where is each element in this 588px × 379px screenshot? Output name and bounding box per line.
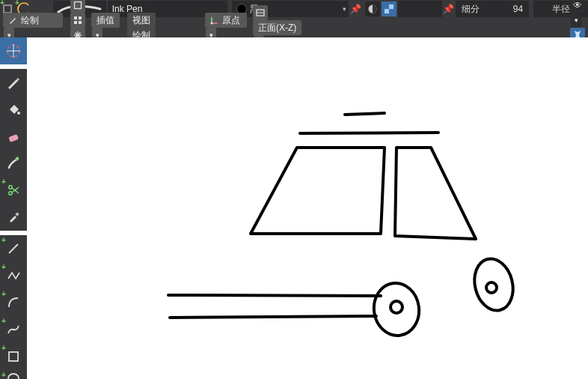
pencil-icon [6, 75, 21, 90]
mode-dropdown[interactable]: 绘制 [3, 13, 63, 28]
chevron-down-icon: ▾ [575, 17, 578, 24]
svg-line-38 [345, 113, 385, 115]
draw-tool[interactable] [0, 69, 27, 96]
view-label: 视图 [132, 14, 150, 27]
pin-icon: 📌 [443, 4, 454, 14]
plus-badge-icon: + [1, 263, 6, 271]
fill-tool[interactable] [0, 96, 27, 123]
brush-icon [6, 156, 21, 171]
interp-label: 插值 [97, 14, 114, 27]
svg-rect-36 [9, 352, 18, 361]
svg-point-37 [8, 374, 19, 379]
circle-icon [6, 372, 21, 379]
eye-icon: 👁 [573, 0, 582, 10]
cutter-tool[interactable]: + [0, 177, 27, 204]
color-mode-button[interactable] [365, 1, 380, 16]
square-icon [6, 349, 21, 364]
svg-point-30 [9, 192, 12, 195]
view-menu[interactable]: 视图 [127, 13, 156, 28]
radius-label: 半径 [552, 3, 570, 16]
svg-rect-34 [15, 212, 19, 216]
svg-point-29 [16, 157, 19, 161]
plus-badge-icon: + [1, 178, 6, 186]
svg-line-33 [12, 187, 19, 192]
axis-icon [210, 16, 219, 25]
curve-tool[interactable]: + [0, 316, 27, 343]
svg-line-39 [300, 133, 438, 133]
arc-icon [6, 295, 21, 310]
box-tool[interactable]: + [0, 343, 27, 370]
plane-label: 正面(X-Z) [258, 22, 296, 34]
plus-badge-icon: + [1, 344, 6, 352]
option-b-button[interactable] [70, 13, 85, 28]
svg-point-31 [9, 186, 12, 189]
mode-icon-group [365, 1, 396, 16]
plus-badge-icon: + [1, 371, 6, 379]
svg-marker-40 [251, 148, 385, 234]
origin-dropdown[interactable]: 原点 [205, 13, 247, 28]
curve-icon [6, 322, 21, 337]
mode-field[interactable] [398, 1, 442, 17]
canvas-area: + + + + + + + [0, 37, 588, 379]
cursor-tool[interactable] [0, 37, 27, 64]
line-icon [6, 241, 21, 256]
arc-tool[interactable]: + [0, 289, 27, 316]
plus-badge-icon: + [1, 236, 6, 244]
scissors-icon [6, 183, 21, 198]
plane-icon [255, 7, 266, 18]
svg-marker-41 [395, 148, 476, 239]
svg-rect-28 [8, 134, 19, 142]
plane-dropdown[interactable]: 正面(X-Z) [253, 20, 301, 35]
tint-tool[interactable] [0, 150, 27, 177]
svg-rect-9 [74, 21, 77, 24]
svg-point-45 [391, 301, 402, 313]
tool-options-bar: 绘制 ▾ 插值 ▾ 视图 绘制 原点 ▾ 正面(X-Z) ▾ 👁 ▾ [0, 18, 588, 37]
svg-point-21 [210, 22, 212, 24]
pin-material-button[interactable]: 📌 [349, 1, 362, 17]
mode-label: 绘制 [21, 14, 39, 27]
pin-mode-button[interactable]: 📌 [442, 1, 456, 17]
svg-line-35 [9, 244, 18, 253]
pin-icon: 📌 [350, 4, 361, 14]
eyedropper-icon [6, 210, 21, 225]
origin-label: 原点 [222, 14, 240, 27]
visibility-toggle[interactable]: 👁 [570, 0, 585, 13]
svg-point-27 [17, 112, 20, 115]
bucket-icon [6, 102, 21, 117]
svg-rect-5 [389, 9, 393, 13]
svg-rect-7 [74, 16, 77, 19]
pencil-icon [8, 16, 17, 25]
texture-icon [384, 4, 394, 14]
plane-icon-button[interactable] [253, 5, 268, 20]
svg-rect-0 [4, 5, 11, 13]
half-circle-icon [367, 4, 378, 14]
tool-sidebar: + + + + + + + [0, 37, 27, 379]
svg-rect-10 [79, 21, 82, 24]
svg-rect-4 [385, 4, 389, 9]
polyline-icon [6, 268, 21, 283]
strength-value: 94 [491, 4, 524, 14]
svg-point-47 [486, 282, 497, 293]
cursor-target-icon [5, 43, 22, 59]
svg-line-42 [168, 295, 381, 296]
eraser-icon [6, 129, 21, 144]
erase-tool[interactable] [0, 123, 27, 150]
polyline-tool[interactable]: + [0, 262, 27, 289]
texture-mode-button[interactable] [382, 1, 396, 16]
strength-slider[interactable]: 细分 94 [456, 1, 530, 17]
option-a-button[interactable] [70, 0, 85, 13]
svg-rect-8 [79, 16, 82, 19]
plus-badge-icon: + [1, 317, 6, 325]
svg-rect-6 [75, 2, 82, 9]
interp-dropdown[interactable]: 插值 [91, 13, 120, 28]
eyedropper-tool[interactable] [0, 204, 27, 231]
visibility-chevron[interactable]: ▾ [571, 13, 581, 28]
plus-badge-icon: + [1, 290, 6, 298]
grid-plus-icon [73, 16, 82, 25]
line-tool[interactable]: + [0, 235, 27, 262]
square-outline-icon [73, 1, 82, 10]
strength-label: 细分 [462, 3, 491, 16]
chevron-down-icon: ▾ [340, 1, 349, 17]
drawing-canvas[interactable] [27, 37, 588, 379]
circle-tool[interactable]: + [0, 370, 27, 379]
